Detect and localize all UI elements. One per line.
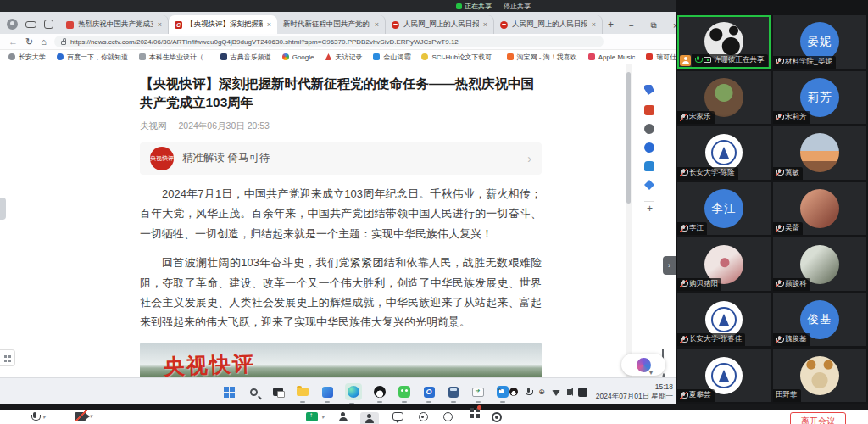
participant-tile-11[interactable]: 长安大学-张春佳 [677,293,771,347]
minimize-button[interactable]: − [620,21,643,34]
bookmark-baidu[interactable]: 百度一下，你就知道 [57,53,128,62]
leave-meeting-button[interactable]: 离开会议 [790,412,846,424]
person-sidebar-icon[interactable] [644,124,655,135]
bookmarks-bar: 长安大学 百度一下，你就知道 本科生毕业设计（... 古典音乐频道 Google… [0,50,676,64]
tab-close-icon[interactable]: × [375,20,379,29]
reload-icon[interactable]: ↻ [25,36,33,47]
camera-off-button[interactable]: ▾ [75,412,93,421]
search-icon[interactable] [247,385,260,399]
record-button[interactable] [419,412,428,421]
participant-name: 许珊彼正在共享 [714,55,765,65]
tab-close-icon[interactable]: × [158,20,162,29]
bookmark-google[interactable]: Google [282,53,314,61]
tab-5[interactable]: 人民网_网上的人民日报 × [494,15,603,34]
participant-tile-10[interactable]: 颜骏科 [773,237,866,291]
sunset-photo [800,133,839,172]
tab-actions-icon[interactable] [44,20,53,29]
bookmark-visit-log[interactable]: 天访记录 [325,53,362,62]
wifi-icon[interactable] [552,390,560,396]
participant-tile-8[interactable]: 吴蕾 [773,182,866,236]
collapsed-panel-handle[interactable] [0,198,6,220]
sidebar-add-icon[interactable]: + [644,203,655,214]
bing-icon[interactable] [644,142,655,153]
mic-muted-icon [776,280,782,287]
tools-icon[interactable] [644,105,655,116]
floating-mini-panel[interactable] [0,349,15,366]
calculator-icon[interactable] [447,385,460,399]
timer-button[interactable] [443,412,453,421]
restore-button[interactable]: ⧉ [643,20,665,34]
taskbar-clock[interactable]: 15:18 2024年07月01日 星期一 [596,382,673,401]
participant-tile-12[interactable]: 俊基魏俊基 [773,293,866,347]
participant-tile-13[interactable]: 夏攀芸 [677,349,771,402]
photos-icon[interactable] [320,385,334,399]
bookmark-iciba[interactable]: 金山词霸 [373,53,410,62]
kite-icon[interactable] [644,180,655,191]
participant-tile-7[interactable]: 李江李江 [677,182,771,236]
tab-3[interactable]: 新时代新征程中国共产党的使... × [277,15,386,34]
volume-icon[interactable] [567,389,571,395]
tab-close-icon[interactable]: × [483,20,487,29]
participant-tile-4[interactable]: 莉芳宋莉芳 [773,71,866,125]
invite-button[interactable] [338,412,348,422]
tab-close-icon[interactable]: × [592,20,596,29]
bookmark-thesis[interactable]: 本科生毕业设计（... [139,53,209,62]
tab-2-active[interactable]: C 【央视快评】深刻把握新时代... × [169,15,277,34]
participant-label: 吴蕾 [773,222,803,235]
participant-tile-9[interactable]: 购贝猪阳 [677,237,771,291]
bookmark-changan-university[interactable]: 长安大学 [8,53,46,62]
shopping-tag-icon[interactable] [644,85,655,96]
bookmark-classical-music[interactable]: 古典音乐频道 [220,53,271,62]
start-button[interactable] [222,385,236,399]
url-field[interactable]: https://news.cctv.com/2024/06/30/ARTInfl… [54,36,604,47]
microphone-tray-icon[interactable] [525,388,531,396]
stop-sharing-button[interactable]: 停止共享 [504,2,531,11]
scroll-down-icon[interactable]: ▾ [649,363,660,374]
participant-label: 冀敏 [773,167,803,180]
bookmark-taobao[interactable]: 淘宝网 - 淘！我喜欢 [507,53,577,62]
outlook-icon[interactable]: O [422,385,436,399]
profile-icon[interactable] [7,19,18,30]
participant-tile-3[interactable]: 宋家乐 [677,71,771,125]
ime-icon[interactable] [578,388,587,397]
chat-button[interactable] [392,412,403,421]
participant-tile-6[interactable]: 冀敏 [773,126,866,180]
wechat-icon[interactable] [398,385,411,399]
participant-tile-1[interactable]: 许珊彼正在共享 [677,15,771,69]
screen: 正在共享 停止共享 热烈庆祝中国共产党成立103周... × C 【央视快评】深… [0,0,868,424]
panel-expand-handle[interactable]: › [663,256,676,275]
qq-icon[interactable] [373,385,387,399]
participant-name: 魏俊基 [785,334,807,344]
promo-banner[interactable]: 央视快评 精准解读 倚马可待 › [140,142,542,175]
accessibility-icon[interactable]: ⊕ [538,388,545,396]
bookmark-scihub[interactable]: SCI-Hub论文下载可.. [421,53,495,62]
screen-cast-icon[interactable] [471,385,485,399]
page-scrollbar[interactable] [626,64,632,377]
bookmark-apple-music[interactable]: Apple Music [588,53,636,61]
clock-date: 2024年07月01日 星期一 [596,392,673,401]
tab-close-icon[interactable]: × [267,20,271,29]
participant-tile-2[interactable]: 晏妮材料学院_晏妮 [773,15,866,69]
microphone-button[interactable]: ▾ [31,412,46,422]
meeting-settings-button[interactable] [492,412,502,422]
members-button[interactable] [360,412,379,424]
participant-tile-5[interactable]: 长安大学-陈隆 [677,126,771,180]
edge-icon[interactable] [345,383,362,400]
chevron-right-icon[interactable]: › [527,152,531,165]
workspaces-icon[interactable] [25,21,36,28]
file-explorer-icon[interactable] [296,385,309,399]
scrollbar-thumb[interactable] [626,72,631,204]
share-screen-button[interactable]: ▾ [306,412,325,421]
participant-tile-14[interactable]: 田野菲 [773,349,866,402]
qq-tray-icon[interactable] [509,388,518,396]
new-tab-button[interactable]: + [603,19,620,34]
tab-4[interactable]: 人民网_网上的人民日报 × [386,15,494,34]
task-view-icon[interactable] [271,385,285,399]
tray-expand-icon[interactable]: ⌃ [497,388,504,396]
camera-sidebar-icon[interactable] [644,161,655,172]
home-icon[interactable]: ⌂ [41,36,47,47]
back-icon[interactable]: ← [8,36,18,47]
tab-1[interactable]: 热烈庆祝中国共产党成立103周... × [60,15,169,34]
image-watermark: 央视快评 [163,349,255,377]
share-status-banner: 正在共享 停止共享 [456,2,531,11]
